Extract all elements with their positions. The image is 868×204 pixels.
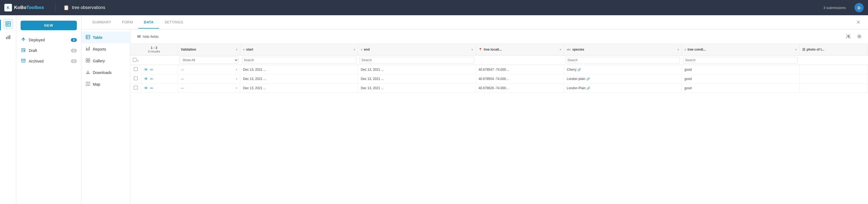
- col-header-validation[interactable]: Validation ▾: [178, 44, 240, 55]
- logo-text: KoBoToolbox: [14, 5, 44, 10]
- row1-edit-icon[interactable]: ✏: [150, 68, 153, 72]
- col-header-end[interactable]: ≡ end ▾: [358, 44, 476, 55]
- ss-item-gallery[interactable]: Gallery: [82, 55, 130, 67]
- tab-summary[interactable]: SUMMARY: [87, 16, 117, 29]
- row3-validation-arrow[interactable]: ▾: [236, 86, 237, 90]
- deployed-icon: [21, 37, 26, 43]
- start-col-icon: ≡: [243, 48, 245, 51]
- header-check-cell: ▾: [130, 55, 141, 65]
- validation-filter-select[interactable]: Show All: [180, 57, 239, 63]
- main-layout: NEW Deployed 3 Draft: [0, 15, 868, 204]
- ss-item-downloads[interactable]: Downloads: [82, 67, 130, 78]
- location-sort-arrow: ▾: [560, 48, 561, 51]
- col-header-species[interactable]: abc species ▾: [564, 44, 682, 55]
- filter-end-cell: [358, 55, 476, 65]
- row3-species-link[interactable]: 🔗: [587, 86, 590, 90]
- new-button[interactable]: NEW: [21, 21, 77, 30]
- row3-start-cell: Dec 13, 2021 ...: [240, 83, 358, 93]
- start-filter-input[interactable]: [242, 57, 356, 63]
- filter-row: ▾ Show All: [130, 55, 868, 65]
- reports-icon: [86, 47, 90, 52]
- ss-item-table[interactable]: Table: [82, 31, 130, 43]
- submissions-count: 3 submissions: [824, 6, 846, 10]
- row2-checkbox[interactable]: [134, 76, 137, 80]
- row2-condition-cell: good: [682, 74, 799, 83]
- row3-checkbox[interactable]: [134, 86, 137, 90]
- row1-validation-arrow[interactable]: ▾: [236, 68, 237, 71]
- ss-table-label: Table: [93, 35, 102, 40]
- row1-species-link[interactable]: 🔗: [577, 68, 581, 71]
- row3-species-cell: London Plain 🔗: [564, 83, 682, 93]
- photo-col-icon: 🖼: [802, 48, 805, 51]
- row3-photo-cell: [799, 83, 868, 93]
- tab-data[interactable]: DATA: [138, 16, 159, 29]
- row3-species-value: London Plain: [567, 86, 586, 90]
- data-toolbar: hide fields: [130, 29, 868, 44]
- end-filter-input[interactable]: [360, 57, 474, 63]
- tab-form[interactable]: FORM: [117, 16, 138, 29]
- row3-view-icon[interactable]: 👁: [144, 86, 148, 90]
- left-sidebar: NEW Deployed 3 Draft: [16, 15, 82, 204]
- col-header-location[interactable]: 📍 tree locati... ▾: [476, 44, 564, 55]
- deployed-label: Deployed: [29, 38, 68, 42]
- hide-fields-label: hide fields: [143, 34, 159, 39]
- gallery-icon: [86, 58, 90, 63]
- row3-location-cell: 40.678626 -74.000...: [476, 83, 564, 93]
- table-row: 👁 ✏ — ▾ Dec 13,: [130, 74, 868, 83]
- top-header: K KoBoToolbox 📋 tree observations 3 subm…: [0, 0, 868, 15]
- logo-area: K KoBoToolbox: [4, 4, 48, 11]
- row3-end-cell: Dec 13, 2021 ...: [358, 83, 476, 93]
- start-col-label: start: [246, 48, 253, 51]
- row2-view-icon[interactable]: 👁: [144, 77, 148, 81]
- select-all-checkbox[interactable]: [133, 58, 136, 62]
- logo-icon: K: [4, 4, 12, 11]
- hide-fields-button[interactable]: hide fields: [135, 33, 161, 40]
- col-header-condition[interactable]: ≡ tree condi... ▾: [682, 44, 799, 55]
- svg-rect-5: [8, 36, 9, 39]
- archived-count: 0: [71, 59, 77, 63]
- draft-count: 0: [71, 49, 77, 52]
- settings-icon[interactable]: [855, 32, 864, 41]
- sidebar-item-draft[interactable]: Draft 0: [16, 45, 81, 56]
- hide-fields-icon: [137, 34, 141, 39]
- row1-validation-value: —: [181, 68, 184, 72]
- col-header-photo[interactable]: 🖼 photo of t...: [799, 44, 868, 55]
- row2-photo-cell: [799, 74, 868, 83]
- row2-species-link[interactable]: 🔗: [586, 77, 590, 80]
- ss-item-reports[interactable]: Reports: [82, 43, 130, 55]
- tab-settings[interactable]: SETTINGS: [159, 16, 189, 29]
- species-filter-input[interactable]: [565, 57, 680, 63]
- location-col-icon: 📍: [478, 48, 482, 51]
- filter-location-cell: [476, 55, 564, 65]
- row2-edit-icon[interactable]: ✏: [150, 77, 153, 81]
- sub-layout: Table Reports: [82, 29, 868, 204]
- species-col-label: species: [572, 48, 584, 51]
- svg-rect-14: [86, 35, 90, 39]
- validation-col-label: Validation: [181, 48, 196, 51]
- filter-start-cell: [240, 55, 358, 65]
- row2-validation-arrow[interactable]: ▾: [236, 77, 237, 80]
- rail-icon-data[interactable]: [3, 31, 13, 43]
- svg-rect-19: [87, 48, 88, 51]
- project-title: tree observations: [72, 5, 105, 10]
- row1-checkbox[interactable]: [134, 67, 137, 71]
- row1-photo-cell: [799, 65, 868, 74]
- sidebar-item-archived[interactable]: Archived 0: [16, 56, 81, 67]
- sidebar-item-deployed[interactable]: Deployed 3: [16, 34, 81, 45]
- close-button[interactable]: ✕: [854, 19, 863, 25]
- header-divider: [55, 3, 56, 12]
- col-header-start[interactable]: ≡ start ▾: [240, 44, 358, 55]
- expand-icon[interactable]: [844, 32, 853, 41]
- user-avatar[interactable]: D: [855, 3, 864, 12]
- row1-view-icon[interactable]: 👁: [144, 68, 148, 72]
- end-sort-arrow: ▾: [471, 48, 473, 51]
- rail-icon-forms[interactable]: [3, 19, 13, 29]
- svg-rect-18: [86, 48, 87, 51]
- draft-label: Draft: [29, 48, 68, 53]
- ss-item-map[interactable]: Map: [82, 78, 130, 90]
- row3-edit-icon[interactable]: ✏: [150, 86, 153, 90]
- svg-rect-12: [22, 59, 25, 60]
- location-col-label: tree locati...: [484, 48, 502, 51]
- rail-active-indicator: [0, 20, 1, 30]
- condition-filter-input[interactable]: [683, 57, 798, 63]
